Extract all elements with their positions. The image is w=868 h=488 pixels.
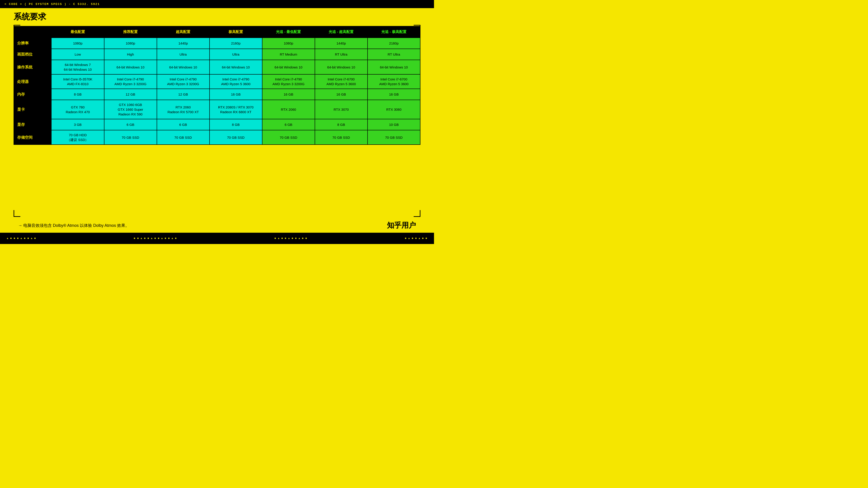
cell-1-6: RT Ultra xyxy=(368,49,420,60)
cell-2-3: 64-bit Windows 10 xyxy=(210,60,262,74)
cell-7-5: 70 GB SSD xyxy=(315,130,368,144)
row-label-6: 显存 xyxy=(14,119,51,130)
cell-2-2: 64-bit Windows 10 xyxy=(157,60,210,74)
cell-2-6: 64-bit Windows 10 xyxy=(368,60,420,74)
cell-7-2: 70 GB SSD xyxy=(157,130,210,144)
cell-0-4: 1080p xyxy=(262,38,315,49)
cell-6-4: 6 GB xyxy=(262,119,315,130)
cell-0-2: 1440p xyxy=(157,38,210,49)
watermark: 知乎用户 xyxy=(387,221,416,230)
cell-3-3: Intel Core i7-4790AMD Ryzen 5 3600 xyxy=(210,74,262,89)
row-label-1: 画面档位 xyxy=(14,49,51,60)
cell-4-5: 16 GB xyxy=(315,89,368,100)
table-row: 操作系统64-bit Windows 764-bit Windows 1064-… xyxy=(14,60,420,74)
table-row: 显卡GTX 780Radeon RX 470GTX 1060 6GBGTX 16… xyxy=(14,100,420,119)
cell-2-5: 64-bit Windows 10 xyxy=(315,60,368,74)
header-label xyxy=(14,26,51,38)
cell-7-3: 70 GB SSD xyxy=(210,130,262,144)
row-label-0: 分辨率 xyxy=(14,38,51,49)
cell-1-4: RT Medium xyxy=(262,49,315,60)
page-title: 系统要求 xyxy=(13,11,46,22)
cell-6-6: 10 GB xyxy=(368,119,420,130)
cell-0-5: 1440p xyxy=(315,38,368,49)
cell-1-5: RT Ultra xyxy=(315,49,368,60)
top-bar: < CODE > ( PC SYSTEM SPECS ) - C 5332. 5… xyxy=(0,0,434,8)
cell-0-3: 2160p xyxy=(210,38,262,49)
cell-4-2: 12 GB xyxy=(157,89,210,100)
bottom-bar: ▲ ■ ■ ■ ▲ ■ ■ ▲ ■ ■ ■ ▲ ■ ■ ▲ ■ ■ ▲ ■ ■ … xyxy=(0,233,434,244)
cell-1-2: Ultra xyxy=(157,49,210,60)
top-bar-text: < CODE > ( PC SYSTEM SPECS ) - C 5332. 5… xyxy=(4,2,100,6)
cell-1-1: High xyxy=(104,49,157,60)
cell-3-1: Intel Core i7-4790AMD Ryzen 3 3200G xyxy=(104,74,157,89)
row-label-5: 显卡 xyxy=(14,100,51,119)
table-row: 存储空间70 GB HDD（建议 SSD）70 GB SSD70 GB SSD7… xyxy=(14,130,420,144)
row-label-2: 操作系统 xyxy=(14,60,51,74)
cell-0-0: 1080p xyxy=(51,38,104,49)
specs-table-container: 最低配置 推荐配置 超高配置 极高配置 光追 - 最低配置 光追 - 超高配置 … xyxy=(13,26,421,218)
cell-6-1: 6 GB xyxy=(104,119,157,130)
row-label-3: 处理器 xyxy=(14,74,51,89)
cell-4-4: 16 GB xyxy=(262,89,315,100)
row-label-4: 内存 xyxy=(14,89,51,100)
cell-4-1: 12 GB xyxy=(104,89,157,100)
table-row: 内存8 GB12 GB12 GB16 GB16 GB16 GB16 GB xyxy=(14,89,420,100)
cell-3-2: Intel Core i7-4790AMD Ryzen 3 3200G xyxy=(157,74,210,89)
bottom-bar-center1: ■ ■ ▲ ■ ■ ▲ ■ ■ ▲ ■ ■ ▲ ■ xyxy=(134,237,177,240)
cell-3-0: Intel Core i5-3570KAMD FX-8310 xyxy=(51,74,104,89)
specs-table: 最低配置 推荐配置 超高配置 极高配置 光追 - 最低配置 光追 - 超高配置 … xyxy=(13,26,421,145)
cell-7-0: 70 GB HDD（建议 SSD） xyxy=(51,130,104,144)
header-recommended: 推荐配置 xyxy=(104,26,157,38)
header-rt-ultra: 光追 - 超高配置 xyxy=(315,26,368,38)
cell-0-6: 2160p xyxy=(368,38,420,49)
bottom-bar-left: ▲ ■ ■ ■ ▲ ■ ■ ▲ ■ xyxy=(7,237,36,240)
header-rt-extreme: 光追 - 极高配置 xyxy=(368,26,420,38)
cell-7-6: 70 GB SSD xyxy=(368,130,420,144)
cell-6-2: 6 GB xyxy=(157,119,210,130)
header-minimum: 最低配置 xyxy=(51,26,104,38)
bottom-bar-right: ■ ▲ ■ ■ ▲ ■ ■ xyxy=(405,237,427,240)
bottom-bar-center2: ■ ▲ ■ ■ ▲ ■ ■ ▲ ■ ■ xyxy=(274,237,307,240)
cell-3-5: Intel Core i7-6700AMD Ryzen 5 3600 xyxy=(315,74,368,89)
cell-5-5: RTX 3070 xyxy=(315,100,368,119)
cell-1-0: Low xyxy=(51,49,104,60)
cell-5-4: RTX 2060 xyxy=(262,100,315,119)
cell-2-1: 64-bit Windows 10 xyxy=(104,60,157,74)
cell-4-0: 8 GB xyxy=(51,89,104,100)
cell-6-5: 8 GB xyxy=(315,119,368,130)
cell-7-1: 70 GB SSD xyxy=(104,130,157,144)
cell-3-6: Intel Core i7-6700AMD Ryzen 5 3600 xyxy=(368,74,420,89)
cell-5-1: GTX 1060 6GBGTX 1660 SuperRadeon RX 590 xyxy=(104,100,157,119)
cell-5-6: RTX 3080 xyxy=(368,100,420,119)
cell-3-4: Intel Core i7-4790AMD Ryzen 3 3200G xyxy=(262,74,315,89)
cell-0-1: 1080p xyxy=(104,38,157,49)
cell-7-4: 70 GB SSD xyxy=(262,130,315,144)
cell-5-3: RTX 2080S / RTX 3070Radeon RX 6800 XT xyxy=(210,100,262,119)
cell-4-3: 16 GB xyxy=(210,89,262,100)
header-extreme: 极高配置 xyxy=(210,26,262,38)
cell-2-0: 64-bit Windows 764-bit Windows 10 xyxy=(51,60,104,74)
cell-2-4: 64-bit Windows 10 xyxy=(262,60,315,74)
row-label-7: 存储空间 xyxy=(14,130,51,144)
cell-6-0: 3 GB xyxy=(51,119,104,130)
footer-note: → 电脑音效须包含 Dolby® Atmos 以体验 Dolby Atmos 效… xyxy=(18,223,129,228)
table-header-row: 最低配置 推荐配置 超高配置 极高配置 光追 - 最低配置 光追 - 超高配置 … xyxy=(14,26,420,38)
header-rt-min: 光追 - 最低配置 xyxy=(262,26,315,38)
table-row: 显存3 GB6 GB6 GB8 GB6 GB8 GB10 GB xyxy=(14,119,420,130)
cell-4-6: 16 GB xyxy=(368,89,420,100)
cell-6-3: 8 GB xyxy=(210,119,262,130)
header-ultra: 超高配置 xyxy=(157,26,210,38)
cell-1-3: Ultra xyxy=(210,49,262,60)
cell-5-2: RTX 2060Radeon RX 5700 XT xyxy=(157,100,210,119)
table-row: 画面档位LowHighUltraUltraRT MediumRT UltraRT… xyxy=(14,49,420,60)
table-row: 分辨率1080p1080p1440p2160p1080p1440p2160p xyxy=(14,38,420,49)
table-row: 处理器Intel Core i5-3570KAMD FX-8310Intel C… xyxy=(14,74,420,89)
cell-5-0: GTX 780Radeon RX 470 xyxy=(51,100,104,119)
